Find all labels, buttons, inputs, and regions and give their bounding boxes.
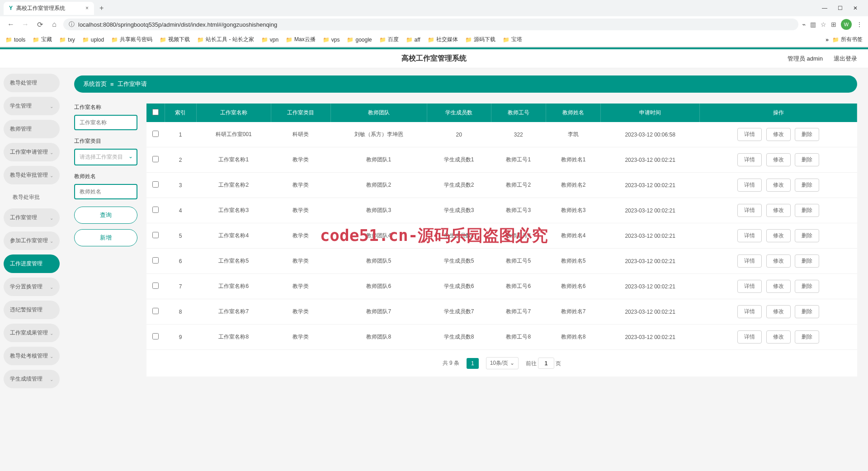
all-bookmarks[interactable]: 所有书签	[832, 36, 863, 43]
sidebar-item[interactable]: 工作室成果管理	[4, 324, 60, 342]
detail-button[interactable]: 详情	[737, 280, 762, 293]
sidebar-subitem[interactable]: 教导处审批	[4, 189, 60, 206]
home-icon[interactable]: ⌂	[49, 20, 60, 28]
page-size-select[interactable]: 10条/页 ⌄	[486, 357, 519, 369]
cell-ops: 详情 修改 删除	[700, 299, 857, 325]
delete-button[interactable]: 删除	[795, 280, 819, 293]
goto-input[interactable]	[538, 358, 554, 369]
row-checkbox[interactable]	[152, 308, 159, 314]
detail-button[interactable]: 详情	[737, 204, 762, 217]
sidebar-item[interactable]: 工作进度管理	[4, 254, 60, 273]
sidebar-item[interactable]: 工作室申请管理	[4, 143, 60, 161]
query-button[interactable]: 查询	[74, 207, 137, 224]
breadcrumb-home[interactable]: 系统首页	[83, 80, 107, 88]
close-window-icon[interactable]: ✕	[852, 5, 859, 11]
back-icon[interactable]: ←	[5, 20, 16, 28]
avatar[interactable]: W	[841, 19, 852, 30]
bookmark-item[interactable]: 社交媒体	[428, 36, 458, 43]
sidebar-item[interactable]: 违纪警报管理	[4, 301, 60, 319]
detail-button[interactable]: 详情	[737, 229, 762, 242]
detail-button[interactable]: 详情	[737, 153, 762, 166]
edit-button[interactable]: 修改	[766, 229, 791, 242]
user-label[interactable]: 管理员 admin	[788, 55, 823, 63]
bookmark-item[interactable]: 宝藏	[33, 36, 52, 43]
minimize-icon[interactable]: —	[821, 5, 828, 11]
sidebar-item[interactable]: 教师管理	[4, 120, 60, 138]
new-tab-button[interactable]: +	[96, 2, 107, 14]
detail-button[interactable]: 详情	[737, 254, 762, 268]
sidebar-item[interactable]: 学分置换管理	[4, 278, 60, 296]
delete-button[interactable]: 删除	[795, 179, 819, 192]
detail-button[interactable]: 详情	[737, 179, 762, 192]
bookmark-item[interactable]: vpn	[261, 37, 278, 43]
delete-button[interactable]: 删除	[795, 305, 819, 318]
detail-button[interactable]: 详情	[737, 330, 762, 344]
cell-type: 教学类	[271, 249, 330, 274]
url-input[interactable]: ⓘ localhost:8080/springbootq535p/admin/d…	[63, 19, 798, 30]
bookmark-item[interactable]: 百度	[379, 36, 399, 43]
detail-button[interactable]: 详情	[737, 305, 762, 318]
edit-button[interactable]: 修改	[766, 128, 791, 141]
teacher-input[interactable]	[74, 184, 137, 199]
edit-button[interactable]: 修改	[766, 305, 791, 318]
forward-icon[interactable]: →	[20, 20, 31, 28]
extensions-icon[interactable]: ⊞	[831, 21, 836, 28]
delete-button[interactable]: 删除	[795, 330, 819, 344]
bookmark-item[interactable]: aff	[406, 37, 420, 43]
edit-button[interactable]: 修改	[766, 280, 791, 293]
bookmark-item[interactable]: 视频下载	[160, 36, 190, 43]
name-input[interactable]	[74, 115, 137, 130]
sidebar-item[interactable]: 教导处管理	[4, 74, 60, 92]
row-checkbox[interactable]	[152, 156, 159, 162]
menu-icon[interactable]: ⋮	[856, 21, 863, 28]
detail-button[interactable]: 详情	[737, 128, 762, 141]
row-checkbox[interactable]	[152, 181, 159, 188]
star-icon[interactable]: ☆	[821, 21, 826, 28]
chevron-right-icon[interactable]: »	[826, 37, 829, 43]
browser-tab[interactable]: Y 高校工作室管理系统 ×	[4, 2, 94, 15]
sidebar-item[interactable]: 参加工作室管理	[4, 231, 60, 250]
page-number[interactable]: 1	[467, 358, 479, 369]
delete-button[interactable]: 删除	[795, 204, 819, 217]
edit-button[interactable]: 修改	[766, 254, 791, 268]
row-checkbox[interactable]	[152, 232, 159, 238]
reload-icon[interactable]: ⟳	[34, 20, 45, 29]
edit-button[interactable]: 修改	[766, 204, 791, 217]
key-icon[interactable]: ⌁	[802, 21, 806, 28]
bookmark-item[interactable]: vps	[323, 37, 340, 43]
row-checkbox[interactable]	[152, 333, 159, 339]
sidebar-item[interactable]: 教导处审批管理	[4, 166, 60, 184]
cell-tname: 李凯	[546, 122, 600, 147]
type-select[interactable]: 请选择工作室类目	[74, 149, 137, 165]
sidebar-item[interactable]: 教导处考核管理	[4, 347, 60, 365]
logout-link[interactable]: 退出登录	[834, 55, 857, 63]
bookmark-item[interactable]: 站长工具 - 站长之家	[197, 36, 254, 43]
close-icon[interactable]: ×	[85, 5, 89, 11]
maximize-icon[interactable]: ☐	[836, 5, 844, 11]
sidebar-item[interactable]: 学生成绩管理	[4, 370, 60, 388]
bookmark-item[interactable]: Max云播	[286, 36, 316, 43]
bookmark-item[interactable]: uplod	[82, 37, 104, 43]
delete-button[interactable]: 删除	[795, 254, 819, 268]
edit-button[interactable]: 修改	[766, 179, 791, 192]
sidebar-item[interactable]: 工作室管理	[4, 208, 60, 227]
edit-button[interactable]: 修改	[766, 330, 791, 344]
store-icon[interactable]: ▥	[810, 21, 816, 28]
row-checkbox[interactable]	[152, 283, 159, 289]
row-checkbox[interactable]	[152, 207, 159, 213]
bookmark-item[interactable]: google	[347, 37, 372, 43]
bookmark-item[interactable]: 宝塔	[503, 36, 522, 43]
sidebar-item[interactable]: 学生管理	[4, 97, 60, 115]
row-checkbox[interactable]	[152, 257, 159, 264]
edit-button[interactable]: 修改	[766, 153, 791, 166]
add-button[interactable]: 新增	[74, 229, 137, 246]
bookmark-item[interactable]: 源码下载	[465, 36, 495, 43]
bookmark-item[interactable]: tools	[5, 37, 25, 43]
row-checkbox[interactable]	[152, 131, 159, 137]
bookmark-item[interactable]: txy	[59, 37, 75, 43]
delete-button[interactable]: 删除	[795, 229, 819, 242]
delete-button[interactable]: 删除	[795, 128, 819, 141]
delete-button[interactable]: 删除	[795, 153, 819, 166]
select-all-checkbox[interactable]	[152, 109, 159, 115]
bookmark-item[interactable]: 共享账号密码	[111, 36, 152, 43]
